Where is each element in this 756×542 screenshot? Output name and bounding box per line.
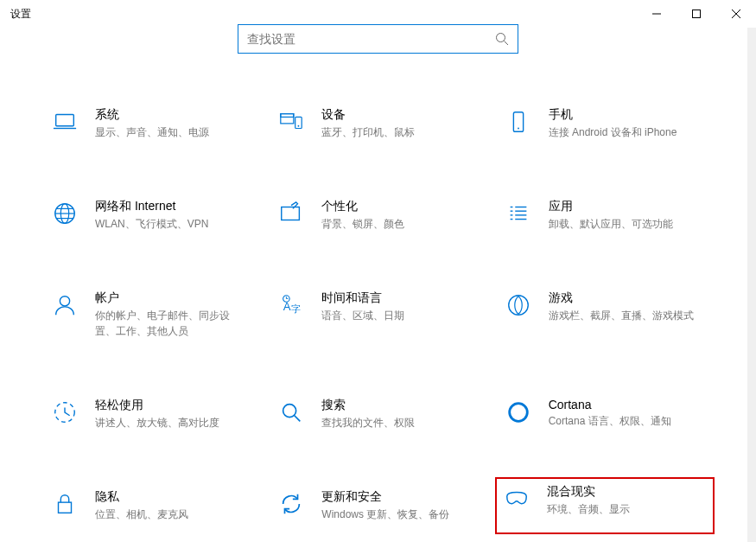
tile-desc: 环境、音频、显示 <box>547 501 630 517</box>
tile-desc: 位置、相机、麦克风 <box>95 507 188 522</box>
close-icon <box>732 10 740 18</box>
time-language-icon: A字 <box>276 290 306 320</box>
settings-grid: 系统 显示、声音、通知、电源 设备 蓝牙、打印机、鼠标 手机 连接 Androi… <box>0 104 756 526</box>
tile-title: Cortana <box>549 398 671 411</box>
tile-desc: Cortana 语言、权限、通知 <box>549 413 671 429</box>
search-input[interactable] <box>247 32 495 46</box>
tile-title: 游戏 <box>549 290 694 306</box>
headset-icon <box>502 484 531 513</box>
svg-point-13 <box>518 128 519 130</box>
search-box[interactable] <box>238 24 518 54</box>
tile-devices[interactable]: 设备 蓝牙、打印机、鼠标 <box>270 104 486 143</box>
tile-desc: 语音、区域、日期 <box>321 308 404 323</box>
tile-title: 时间和语言 <box>321 290 404 306</box>
cortana-icon <box>504 398 533 427</box>
svg-text:字: 字 <box>291 303 301 314</box>
tile-desc: Windows 更新、恢复、备份 <box>321 507 449 522</box>
tile-ease-of-access[interactable]: 轻松使用 讲述人、放大镜、高对比度 <box>43 394 259 434</box>
tile-accounts[interactable]: 帐户 你的帐户、电子邮件、同步设置、工作、其他人员 <box>43 287 259 342</box>
svg-point-11 <box>298 125 300 127</box>
search-icon <box>495 32 509 46</box>
tile-privacy[interactable]: 隐私 位置、相机、麦克风 <box>43 486 259 526</box>
svg-line-37 <box>295 416 301 422</box>
apps-icon <box>504 199 533 228</box>
svg-point-28 <box>60 297 69 306</box>
globe-icon <box>50 199 79 228</box>
lock-icon <box>50 489 79 519</box>
tile-system[interactable]: 系统 显示、声音、通知、电源 <box>43 104 259 143</box>
minimize-icon <box>652 10 661 18</box>
svg-rect-19 <box>282 207 300 220</box>
tile-desc: 卸载、默认应用、可选功能 <box>549 216 673 232</box>
laptop-icon <box>50 107 79 137</box>
svg-point-38 <box>509 404 527 422</box>
tile-title: 混合现实 <box>547 484 630 500</box>
svg-rect-1 <box>693 10 701 18</box>
maximize-button[interactable] <box>677 0 716 28</box>
sync-icon <box>276 489 306 519</box>
maximize-icon <box>692 10 701 18</box>
search-wrap <box>0 24 756 54</box>
scrollbar[interactable] <box>747 28 756 542</box>
close-button[interactable] <box>716 0 756 28</box>
window-controls <box>637 0 756 28</box>
ease-of-access-icon <box>50 398 79 427</box>
tile-search[interactable]: 搜索 查找我的文件、权限 <box>270 394 486 434</box>
tile-title: 网络和 Internet <box>95 199 208 214</box>
tile-desc: 连接 Android 设备和 iPhone <box>549 124 677 140</box>
svg-point-34 <box>508 296 528 316</box>
svg-line-5 <box>505 41 509 46</box>
person-icon <box>50 290 79 320</box>
tile-desc: 查找我的文件、权限 <box>321 415 415 430</box>
tile-desc: 游戏栏、截屏、直播、游戏模式 <box>549 308 694 323</box>
tile-title: 轻松使用 <box>95 398 219 413</box>
gaming-icon <box>504 290 533 320</box>
tile-desc: 显示、声音、通知、电源 <box>95 124 209 140</box>
tile-title: 应用 <box>549 199 673 214</box>
tile-title: 个性化 <box>321 199 404 214</box>
tile-title: 更新和安全 <box>321 489 449 505</box>
tile-network[interactable]: 网络和 Internet WLAN、飞行模式、VPN <box>43 195 259 235</box>
tile-desc: 讲述人、放大镜、高对比度 <box>95 415 219 430</box>
minimize-button[interactable] <box>637 0 677 28</box>
personalization-icon <box>276 199 306 228</box>
tile-cortana[interactable]: Cortana Cortana 语言、权限、通知 <box>497 394 713 434</box>
tile-gaming[interactable]: 游戏 游戏栏、截屏、直播、游戏模式 <box>497 287 713 342</box>
svg-rect-6 <box>56 115 74 126</box>
tile-title: 设备 <box>321 107 415 123</box>
tile-update-security[interactable]: 更新和安全 Windows 更新、恢复、备份 <box>270 486 486 526</box>
tile-title: 隐私 <box>95 489 188 505</box>
tile-title: 帐户 <box>95 290 246 306</box>
tile-phone[interactable]: 手机 连接 Android 设备和 iPhone <box>497 104 713 143</box>
tile-desc: 你的帐户、电子邮件、同步设置、工作、其他人员 <box>95 308 246 339</box>
tile-apps[interactable]: 应用 卸载、默认应用、可选功能 <box>497 195 713 235</box>
tile-title: 手机 <box>549 107 677 123</box>
tile-desc: 蓝牙、打印机、鼠标 <box>321 124 415 140</box>
tile-desc: 背景、锁屏、颜色 <box>321 216 404 232</box>
tile-desc: WLAN、飞行模式、VPN <box>95 216 208 232</box>
tile-time-language[interactable]: A字 时间和语言 语音、区域、日期 <box>270 287 486 342</box>
svg-point-36 <box>283 405 296 418</box>
tile-personalization[interactable]: 个性化 背景、锁屏、颜色 <box>270 195 486 235</box>
svg-rect-9 <box>281 114 294 118</box>
devices-icon <box>276 107 306 137</box>
svg-point-4 <box>497 34 505 42</box>
tile-mixed-reality[interactable]: 混合现实 环境、音频、显示 <box>495 477 715 534</box>
tile-title: 系统 <box>95 107 209 123</box>
window-title: 设置 <box>0 7 31 22</box>
phone-icon <box>504 107 533 137</box>
svg-rect-8 <box>281 114 294 124</box>
svg-rect-39 <box>59 502 72 513</box>
search-tile-icon <box>276 398 306 427</box>
tile-title: 搜索 <box>321 398 415 413</box>
